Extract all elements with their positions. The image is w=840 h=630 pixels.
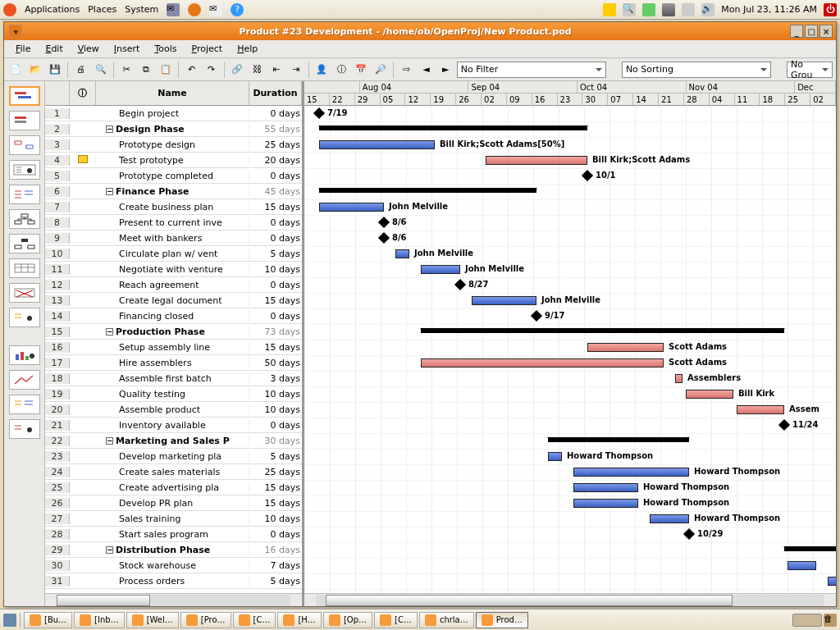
group-dropdown[interactable]: No Grou [787,62,833,78]
panel-launcher-icon[interactable]: ✉ [167,3,180,16]
mail-icon[interactable]: ✉ [209,3,222,16]
person-icon[interactable]: 👤 [313,61,331,79]
table-row[interactable]: 17Hire assemblers50 days [45,355,302,371]
menu-view[interactable]: View [71,42,106,56]
task-bar[interactable] [421,265,460,274]
table-row[interactable]: 9Meet with bankers0 days [45,231,302,246]
task-usage-button[interactable] [9,185,40,204]
menu-help[interactable]: Help [231,42,264,56]
menu-project[interactable]: Project [185,42,230,56]
table-row[interactable]: 2−Design Phase55 days [45,121,302,137]
clock[interactable]: Mon Jul 23, 11:26 AM [721,4,817,15]
menu-insert[interactable]: Insert [107,42,147,56]
menu-system[interactable]: System [125,4,158,15]
table-row[interactable]: 14Financing closed0 days [45,308,302,324]
table-row[interactable]: 16Setup assembly line15 days [45,340,302,355]
network-view-button[interactable] [9,135,40,155]
battery-icon[interactable] [642,3,655,16]
gantt-hscroll[interactable] [304,593,836,606]
cut-icon[interactable]: ✂ [118,61,135,79]
table-row[interactable]: 18Assemble first batch3 days [45,371,302,386]
table-row[interactable]: 28Start sales program0 days [45,527,302,542]
task-bar[interactable] [421,358,664,368]
table-row[interactable]: 19Quality testing10 days [45,386,302,402]
menu-tools[interactable]: Tools [148,42,183,56]
search-icon[interactable]: 🔍 [623,3,636,16]
table-row[interactable]: 26Develop PR plan15 days [45,495,302,511]
outdent-icon[interactable]: ⇤ [268,61,285,79]
table-row[interactable]: 10Circulate plan w/ vent5 days [45,246,302,262]
preview-icon[interactable]: 🔍 [92,61,109,79]
table-row[interactable]: 6−Finance Phase45 days [45,184,302,199]
menu-places[interactable]: Places [88,4,116,15]
report-view-button[interactable] [9,258,40,278]
wbs-view-button[interactable] [9,209,40,229]
table-row[interactable]: 27Sales training10 days [45,511,302,527]
table-row[interactable]: 21Inventory available0 days [45,418,302,433]
task-bar[interactable] [675,374,682,383]
prev-icon[interactable]: ◄ [418,61,435,79]
summary-bar[interactable] [784,546,836,551]
table-row[interactable]: 8Present to current inve0 days [45,215,302,231]
taskbar-item[interactable]: [Op… [323,612,372,628]
find-icon[interactable]: 🔎 [372,61,390,79]
task-bar[interactable] [573,499,638,508]
network-icon[interactable] [662,3,675,16]
table-row[interactable]: 13Create legal document15 days [45,293,302,308]
task-bar[interactable] [650,514,689,523]
summary-bar[interactable] [319,126,587,130]
info-icon[interactable]: ⓘ [333,61,350,79]
resource-usage-button[interactable] [9,308,40,327]
task-bar[interactable] [472,296,536,305]
workspace-switcher[interactable] [792,614,822,627]
table-row[interactable]: 30Stock warehouse7 days [45,558,302,573]
task-bar[interactable] [573,468,689,477]
task-bar[interactable] [737,405,784,414]
table-row[interactable]: 4Test prototype20 days [45,153,302,168]
maximize-button[interactable]: □ [805,25,818,38]
window-titlebar[interactable]: ▾ Product #23 Development - /home/ob/Ope… [4,22,836,40]
filter-dropdown[interactable]: No Filter [457,62,606,78]
row-number-header[interactable] [45,81,70,105]
gantt-chart[interactable]: Aug 04Sep 04Oct 04Nov 04Dec 152229051219… [304,81,836,606]
gantt-view-button[interactable] [9,86,40,106]
menu-edit[interactable]: Edit [39,42,69,56]
close-button[interactable]: × [819,25,833,38]
summary-bar[interactable] [421,328,784,333]
power-icon[interactable]: ⏻ [824,3,837,16]
task-bar[interactable] [395,249,409,258]
taskbar-item[interactable]: [Wel… [126,612,179,628]
undo-icon[interactable]: ↶ [183,61,200,79]
taskbar-item[interactable]: [Inb… [74,612,125,628]
taskbar-item[interactable]: [C… [374,612,418,628]
table-row[interactable]: 12Reach agreement0 days [45,277,302,293]
taskbar-item[interactable]: Prod… [476,612,528,628]
table-row[interactable]: 5Prototype completed0 days [45,168,302,184]
task-bar[interactable] [686,390,733,399]
no-subview-button[interactable] [9,283,40,303]
resource-view-button[interactable] [9,160,40,180]
task-bar[interactable] [828,577,836,586]
unlink-icon[interactable]: ⛓ [249,61,266,79]
task-bar[interactable] [319,203,384,212]
table-row[interactable]: 23Develop marketing pla5 days [45,449,302,464]
menu-applications[interactable]: Applications [25,4,80,15]
goto-icon[interactable]: ⇨ [398,61,415,79]
task-bar[interactable] [319,140,435,149]
paste-icon[interactable]: 📋 [158,61,175,79]
link-icon[interactable]: 🔗 [229,61,246,79]
volume-icon[interactable]: 🔊 [701,3,714,16]
sort-dropdown[interactable]: No Sorting [622,62,771,78]
next-icon[interactable]: ► [437,61,454,79]
table-row[interactable]: 1Begin project0 days [45,106,302,121]
chart-button[interactable] [9,370,40,390]
calendar-icon[interactable]: 📅 [353,61,370,79]
table-row[interactable]: 31Process orders5 days [45,573,302,589]
task-bar[interactable] [486,156,587,165]
print-icon[interactable]: 🖨 [72,61,89,79]
table-row[interactable]: 15−Production Phase73 days [45,324,302,340]
printer-icon[interactable] [682,3,695,16]
table-row[interactable]: 29−Distribution Phase16 days [45,542,302,558]
ubuntu-logo-icon[interactable] [3,3,16,16]
minimize-button[interactable]: _ [790,25,803,38]
